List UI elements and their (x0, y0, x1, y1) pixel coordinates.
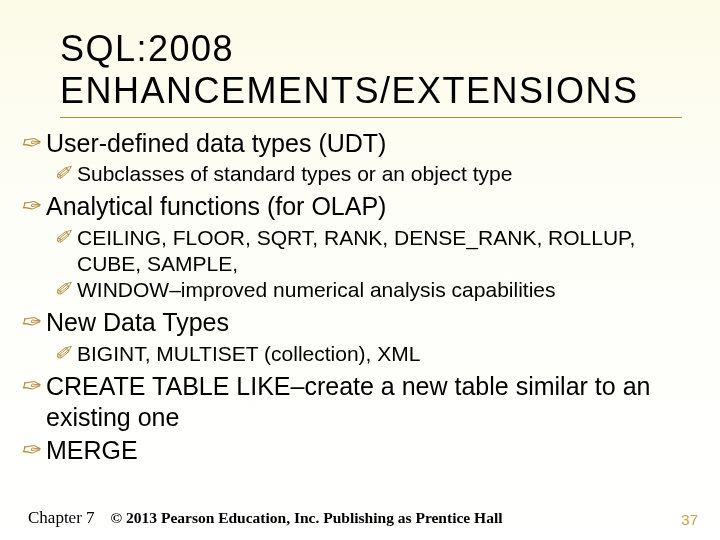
slide-title: SQL:2008 ENHANCEMENTS/EXTENSIONS (60, 28, 682, 113)
list-item: ✑ CREATE TABLE LIKE–create a new table s… (20, 371, 702, 434)
bullet-text: User-defined data types (UDT) (46, 128, 386, 159)
sub-list: ✐ CEILING, FLOOR, SQRT, RANK, DENSE_RANK… (20, 225, 702, 304)
sub-bullet-text: BIGINT, MULTISET (collection), XML (77, 341, 420, 367)
sub-list: ✐ BIGINT, MULTISET (collection), XML (20, 341, 702, 367)
list-item: ✑ User-defined data types (UDT) ✐ Subcla… (20, 128, 702, 188)
bullet-icon: ✐ (54, 277, 71, 303)
list-item: ✑ New Data Types ✐ BIGINT, MULTISET (col… (20, 307, 702, 367)
bullet-icon: ✐ (54, 341, 71, 367)
bullet-icon: ✑ (20, 435, 40, 465)
sub-list: ✐ Subclasses of standard types or an obj… (20, 161, 702, 187)
footer: Chapter 7 © 2013 Pearson Education, Inc.… (28, 508, 700, 528)
page-number: 37 (681, 511, 698, 528)
bullet-icon: ✐ (54, 225, 71, 251)
bullet-icon: ✑ (20, 371, 40, 401)
copyright-text: © 2013 Pearson Education, Inc. Publishin… (111, 509, 503, 527)
list-item: ✑ MERGE (20, 435, 702, 466)
sub-bullet-text: Subclasses of standard types or an objec… (77, 161, 512, 187)
title-line-2: ENHANCEMENTS/EXTENSIONS (60, 70, 639, 111)
bullet-icon: ✑ (20, 307, 40, 337)
sub-bullet-text: CEILING, FLOOR, SQRT, RANK, DENSE_RANK, … (77, 225, 702, 278)
bullet-text: New Data Types (46, 307, 229, 338)
sub-list-item: ✐ CEILING, FLOOR, SQRT, RANK, DENSE_RANK… (54, 225, 702, 278)
slide: SQL:2008 ENHANCEMENTS/EXTENSIONS ✑ User-… (0, 0, 720, 540)
bullet-list: ✑ User-defined data types (UDT) ✐ Subcla… (18, 128, 702, 467)
bullet-icon: ✑ (20, 191, 40, 221)
chapter-label: Chapter 7 (28, 508, 95, 528)
bullet-text: Analytical functions (for OLAP) (46, 191, 386, 222)
sub-list-item: ✐ BIGINT, MULTISET (collection), XML (54, 341, 702, 367)
sub-list-item: ✐ WINDOW–improved numerical analysis cap… (54, 277, 702, 303)
bullet-text: MERGE (46, 435, 138, 466)
sub-list-item: ✐ Subclasses of standard types or an obj… (54, 161, 702, 187)
sub-bullet-text: WINDOW–improved numerical analysis capab… (77, 277, 556, 303)
bullet-text: CREATE TABLE LIKE–create a new table sim… (46, 371, 702, 434)
title-line-1: SQL:2008 (60, 28, 234, 69)
bullet-icon: ✐ (54, 161, 71, 187)
list-item: ✑ Analytical functions (for OLAP) ✐ CEIL… (20, 191, 702, 303)
title-block: SQL:2008 ENHANCEMENTS/EXTENSIONS (60, 28, 682, 118)
bullet-icon: ✑ (20, 128, 40, 158)
